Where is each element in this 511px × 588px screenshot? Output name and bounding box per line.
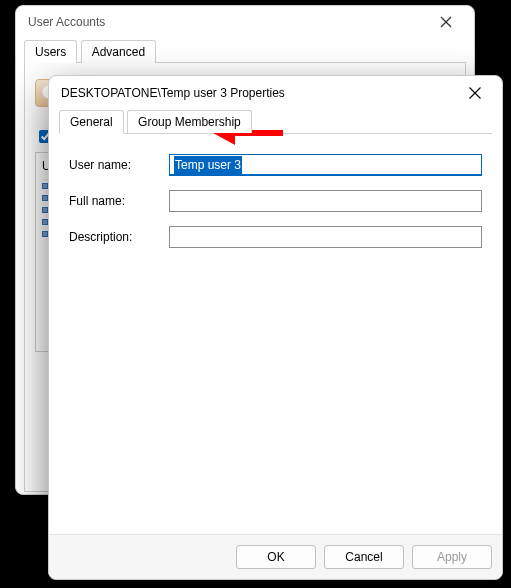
user-properties-dialog: DESKTOPATONE\Temp user 3 Properties Gene…: [48, 75, 503, 580]
cancel-button[interactable]: Cancel: [324, 545, 404, 569]
user-accounts-titlebar: User Accounts: [16, 6, 474, 38]
tab-users[interactable]: Users: [24, 40, 77, 63]
properties-close-button[interactable]: [454, 79, 496, 107]
fullname-label: Full name:: [69, 194, 159, 208]
close-icon: [468, 86, 482, 100]
tab-advanced[interactable]: Advanced: [81, 40, 156, 63]
description-row: Description:: [69, 226, 482, 248]
description-field[interactable]: [169, 226, 482, 248]
username-label: User name:: [69, 158, 159, 172]
username-field[interactable]: Temp user 3: [169, 154, 482, 176]
tab-general[interactable]: General: [59, 110, 124, 134]
properties-body: User name: Temp user 3 Full name: Descri…: [49, 134, 502, 535]
ok-button[interactable]: OK: [236, 545, 316, 569]
apply-button[interactable]: Apply: [412, 545, 492, 569]
username-value-selected: Temp user 3: [174, 156, 242, 174]
properties-titlebar: DESKTOPATONE\Temp user 3 Properties: [49, 76, 502, 110]
tab-group-membership[interactable]: Group Membership: [127, 110, 252, 133]
user-accounts-close-button[interactable]: [426, 10, 466, 34]
properties-footer: OK Cancel Apply: [49, 535, 502, 579]
description-label: Description:: [69, 230, 159, 244]
close-icon: [440, 16, 452, 28]
fullname-row: Full name:: [69, 190, 482, 212]
properties-tabs: General Group Membership: [59, 110, 492, 134]
properties-title: DESKTOPATONE\Temp user 3 Properties: [61, 86, 454, 100]
fullname-field[interactable]: [169, 190, 482, 212]
user-accounts-title: User Accounts: [28, 15, 426, 29]
user-accounts-tabs: Users Advanced: [24, 40, 466, 63]
username-row: User name: Temp user 3: [69, 154, 482, 176]
